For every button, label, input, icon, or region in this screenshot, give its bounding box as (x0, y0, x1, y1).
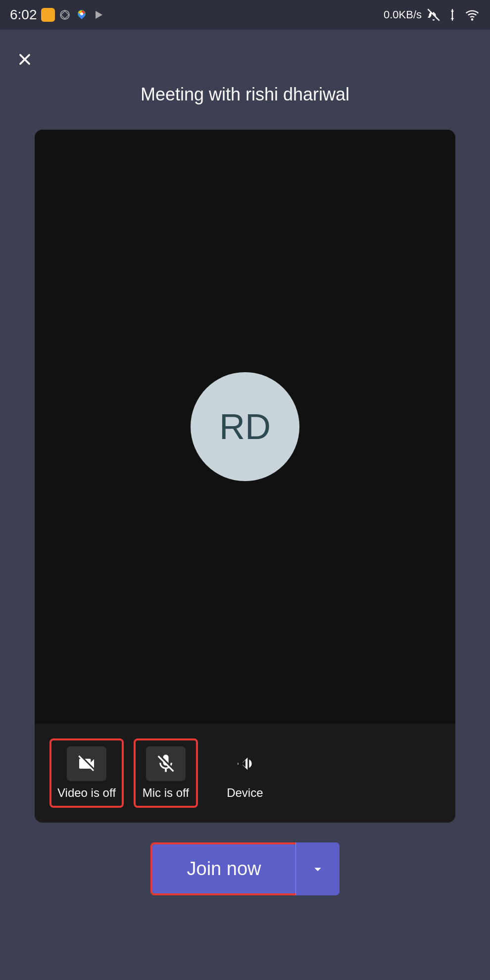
video-label: Video is off (57, 786, 116, 800)
app-icon-play (92, 8, 105, 22)
controls-bar: Video is off Mic is off Device (35, 724, 455, 823)
status-app-icons (41, 8, 105, 22)
join-now-button[interactable]: Join now (150, 842, 296, 895)
video-icon-box (67, 746, 106, 781)
svg-rect-0 (44, 10, 52, 19)
device-label: Device (227, 786, 263, 800)
status-time: 6:02 (10, 7, 37, 23)
join-dropdown-button[interactable] (295, 842, 340, 895)
close-button[interactable] (10, 45, 40, 74)
mic-icon-box (146, 746, 186, 781)
mic-label: Mic is off (143, 786, 189, 800)
notification-icon (427, 8, 441, 22)
video-area: RD (35, 130, 455, 724)
status-bar: 6:02 (0, 0, 490, 30)
svg-point-3 (80, 12, 83, 15)
video-preview: RD Video is off Mi (35, 130, 455, 823)
video-toggle-button[interactable]: Video is off (49, 738, 124, 808)
video-off-icon (75, 754, 98, 774)
avatar-initials: RD (219, 406, 271, 447)
app-icon-maps (75, 8, 89, 22)
device-icon-box (225, 746, 265, 781)
mic-toggle-button[interactable]: Mic is off (134, 738, 198, 808)
chevron-down-icon (310, 861, 326, 877)
meeting-title: Meeting with rishi dhariwal (141, 84, 349, 105)
app-icon-2 (58, 8, 72, 22)
status-bar-right: 0.0KB/s (384, 8, 480, 22)
svg-point-1 (60, 10, 69, 19)
signal-icon (445, 8, 459, 22)
svg-point-7 (472, 19, 473, 20)
avatar-circle: RD (191, 372, 299, 481)
close-icon (16, 50, 34, 68)
speaker-icon (230, 751, 260, 776)
mic-off-icon (155, 753, 177, 775)
status-bar-left: 6:02 (10, 7, 105, 23)
main-content: Meeting with rishi dhariwal RD Video is … (0, 30, 490, 980)
device-button[interactable]: Device (213, 740, 277, 806)
wifi-icon (464, 8, 480, 22)
app-icon-1 (41, 8, 55, 22)
network-speed: 0.0KB/s (384, 8, 422, 21)
svg-marker-4 (96, 11, 102, 19)
join-area: Join now (150, 842, 340, 895)
